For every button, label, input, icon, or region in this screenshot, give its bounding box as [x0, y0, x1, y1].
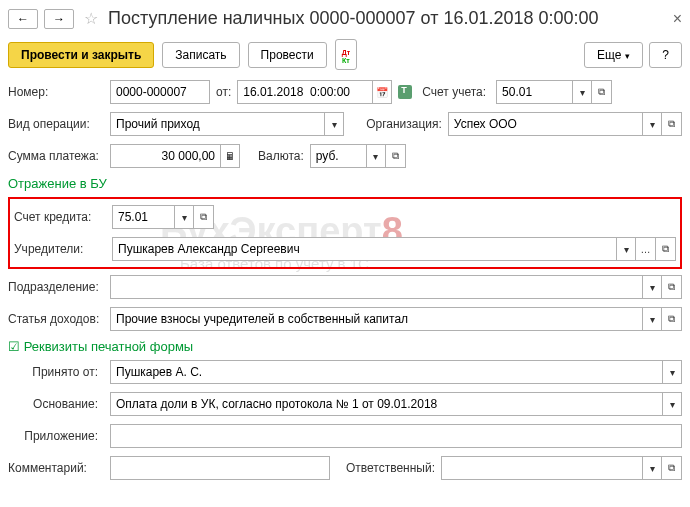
save-button[interactable]: Записать: [162, 42, 239, 68]
currency-label: Валюта:: [258, 149, 304, 163]
founders-popup-icon[interactable]: ⧉: [656, 237, 676, 261]
accounting-section-title: Отражение в БУ: [8, 176, 682, 191]
basis-input[interactable]: [110, 392, 662, 416]
number-label: Номер:: [8, 85, 104, 99]
received-from-input[interactable]: [110, 360, 662, 384]
org-label: Организация:: [366, 117, 442, 131]
income-dropdown-icon[interactable]: ▾: [642, 307, 662, 331]
income-label: Статья доходов:: [8, 312, 104, 326]
op-type-input[interactable]: [110, 112, 324, 136]
attach-input[interactable]: [110, 424, 682, 448]
founders-label: Учредители:: [14, 242, 106, 256]
credit-dropdown-icon[interactable]: ▾: [174, 205, 194, 229]
help-button[interactable]: ?: [649, 42, 682, 68]
org-input[interactable]: [448, 112, 642, 136]
received-from-dropdown-icon[interactable]: ▾: [662, 360, 682, 384]
responsible-input[interactable]: [441, 456, 642, 480]
comment-input[interactable]: [110, 456, 330, 480]
dtdk-button[interactable]: ДтКт: [335, 39, 357, 70]
calculator-icon[interactable]: 🖩: [220, 144, 240, 168]
subdiv-popup-icon[interactable]: ⧉: [662, 275, 682, 299]
basis-label: Основание:: [8, 397, 104, 411]
org-dropdown-icon[interactable]: ▾: [642, 112, 662, 136]
subdiv-label: Подразделение:: [8, 280, 104, 294]
account-popup-icon[interactable]: ⧉: [592, 80, 612, 104]
from-label: от:: [216, 85, 231, 99]
attach-label: Приложение:: [8, 429, 104, 443]
comment-label: Комментарий:: [8, 461, 104, 475]
currency-input[interactable]: [310, 144, 366, 168]
close-icon[interactable]: ×: [673, 10, 682, 28]
received-from-label: Принято от:: [8, 365, 104, 379]
account-dropdown-icon[interactable]: ▾: [572, 80, 592, 104]
more-button[interactable]: Еще▾: [584, 42, 643, 68]
currency-dropdown-icon[interactable]: ▾: [366, 144, 386, 168]
subdiv-input[interactable]: [110, 275, 642, 299]
calendar-icon[interactable]: 📅: [372, 80, 392, 104]
number-input[interactable]: [110, 80, 210, 104]
highlight-box: Счет кредита: ▾ ⧉ Учредители: ▾ … ⧉: [8, 197, 682, 269]
basis-dropdown-icon[interactable]: ▾: [662, 392, 682, 416]
page-title: Поступление наличных 0000-000007 от 16.0…: [108, 8, 599, 29]
income-input[interactable]: [110, 307, 642, 331]
post-and-close-button[interactable]: Провести и закрыть: [8, 42, 154, 68]
currency-popup-icon[interactable]: ⧉: [386, 144, 406, 168]
op-type-label: Вид операции:: [8, 117, 104, 131]
account-t-icon: [398, 85, 416, 100]
credit-label: Счет кредита:: [14, 210, 106, 224]
favorite-star-icon[interactable]: ☆: [84, 9, 98, 28]
post-button[interactable]: Провести: [248, 42, 327, 68]
op-type-dropdown-icon[interactable]: ▾: [324, 112, 344, 136]
responsible-popup-icon[interactable]: ⧉: [662, 456, 682, 480]
amount-input[interactable]: [110, 144, 220, 168]
account-input[interactable]: [496, 80, 572, 104]
date-input[interactable]: [237, 80, 372, 104]
back-button[interactable]: ←: [8, 9, 38, 29]
founders-dropdown-icon[interactable]: ▾: [616, 237, 636, 261]
forward-button[interactable]: →: [44, 9, 74, 29]
responsible-dropdown-icon[interactable]: ▾: [642, 456, 662, 480]
account-label: Счет учета:: [422, 85, 486, 99]
founders-ellipsis-icon[interactable]: …: [636, 237, 656, 261]
print-section-title[interactable]: Реквизиты печатной формы: [8, 339, 682, 354]
credit-input[interactable]: [112, 205, 174, 229]
amount-label: Сумма платежа:: [8, 149, 104, 163]
founders-input[interactable]: [112, 237, 616, 261]
org-popup-icon[interactable]: ⧉: [662, 112, 682, 136]
income-popup-icon[interactable]: ⧉: [662, 307, 682, 331]
credit-popup-icon[interactable]: ⧉: [194, 205, 214, 229]
responsible-label: Ответственный:: [346, 461, 435, 475]
subdiv-dropdown-icon[interactable]: ▾: [642, 275, 662, 299]
